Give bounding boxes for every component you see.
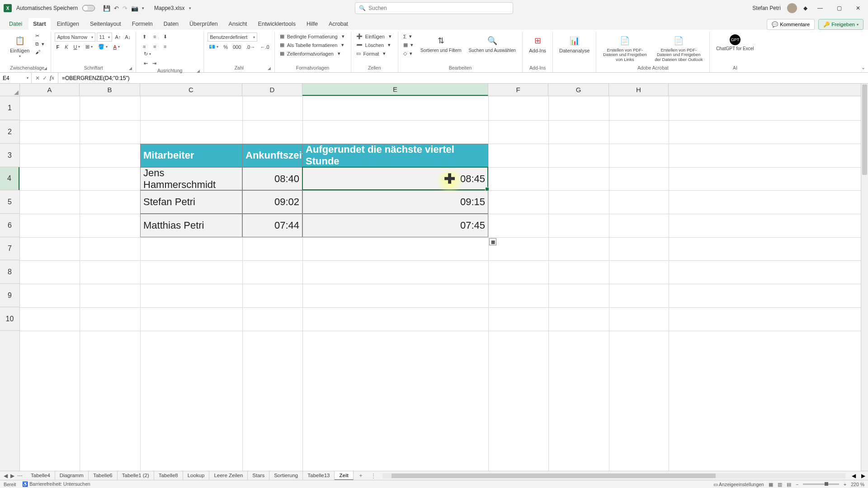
cell-name-1[interactable]: Stefan Petri (140, 190, 242, 214)
sheet-tab-stars[interactable]: Stars (248, 471, 269, 480)
document-name[interactable]: Mappe3.xlsx (154, 5, 184, 11)
pdf-share-link[interactable]: 📄Erstellen von PDF-Dateien und Freigeben… (600, 33, 650, 64)
tab-überprüfen[interactable]: Überprüfen (185, 18, 222, 30)
save-icon[interactable]: 💾 (103, 5, 110, 12)
col-header-H[interactable]: H (609, 84, 669, 96)
user-name[interactable]: Stefan Petri (752, 5, 781, 11)
format-cells[interactable]: ▭ Format ▾ (355, 50, 394, 57)
accessibility-status[interactable]: ♿ Barrierefreiheit: Untersuchen (22, 481, 90, 487)
format-painter-icon[interactable]: 🖌 (34, 49, 47, 55)
cell-rounded-2[interactable]: 07:45 (302, 214, 488, 237)
align-left-icon[interactable]: ≡ (140, 42, 149, 51)
tab-einfügen[interactable]: Einfügen (52, 18, 84, 30)
display-settings[interactable]: ▭ Anzeigeeinstellungen (713, 482, 764, 487)
data-analysis[interactable]: 📊Datenanalyse (557, 33, 592, 55)
vertical-scrollbar[interactable] (861, 84, 868, 471)
row-header-1[interactable]: 1 (0, 96, 19, 120)
tab-ansicht[interactable]: Ansicht (224, 18, 252, 30)
tab-acrobat[interactable]: Acrobat (324, 18, 353, 30)
col-header-B[interactable]: B (80, 84, 140, 96)
align-bottom-icon[interactable]: ⬇ (160, 33, 170, 41)
cell-name-2[interactable]: Matthias Petri (140, 214, 242, 237)
zoom-level[interactable]: 220 % (851, 482, 864, 487)
row-header-8[interactable]: 8 (0, 260, 19, 284)
col-header-F[interactable]: F (488, 84, 548, 96)
view-layout-icon[interactable]: ▥ (778, 482, 782, 487)
grow-font-icon[interactable]: A↑ (113, 33, 122, 42)
camera-icon[interactable]: 📷 (131, 5, 138, 12)
col-header-C[interactable]: C (140, 84, 242, 96)
cell-time-2[interactable]: 07:44 (242, 214, 302, 237)
number-format[interactable]: Benutzerdefiniert▾ (208, 33, 257, 42)
cut-icon[interactable]: ✂ (34, 33, 47, 39)
qat-more-icon[interactable]: ▾ (142, 6, 144, 10)
decrease-indent-icon[interactable]: ⇤ (142, 60, 149, 67)
copy-icon[interactable]: ⧉ ▾ (34, 40, 47, 48)
fx-icon[interactable]: fx (50, 75, 54, 81)
sort-filter[interactable]: ⇅Sortieren und Filtern (418, 33, 464, 55)
row-header-7[interactable]: 7 (0, 237, 19, 260)
sheet-tab-tabelle6[interactable]: Tabelle6 (89, 471, 118, 480)
addins-button[interactable]: ⊞Add-Ins (526, 33, 549, 55)
sheet-tab-tabelle8[interactable]: Tabelle8 (154, 471, 183, 480)
sheet-tab-lookup[interactable]: Lookup (183, 471, 210, 480)
diamond-icon[interactable]: ◆ (803, 5, 807, 11)
zoom-slider[interactable] (803, 483, 839, 485)
font-name[interactable]: Aptos Narrow▾ (55, 33, 95, 42)
col-header-G[interactable]: G (548, 84, 609, 96)
percent-icon[interactable]: % (222, 43, 229, 50)
share-button[interactable]: 🔑 Freigeben ▾ (818, 19, 863, 30)
align-middle-icon[interactable]: ≡ (150, 33, 159, 41)
row-header-6[interactable]: 6 (0, 214, 19, 237)
tab-daten[interactable]: Daten (159, 18, 183, 30)
zoom-in-icon[interactable]: + (844, 482, 846, 487)
close-button[interactable]: ✕ (852, 5, 864, 11)
row-header-4[interactable]: 4 (0, 167, 19, 190)
name-box[interactable]: E4▾ (0, 73, 32, 83)
clear-icon[interactable]: ◇ ▾ (402, 50, 416, 57)
comments-button[interactable]: 💬 Kommentare (767, 19, 815, 30)
row-header-5[interactable]: 5 (0, 190, 19, 214)
header-ankunftszeit[interactable]: Ankunftszeit (242, 144, 302, 167)
restore-button[interactable]: ▢ (833, 5, 845, 11)
bold-button[interactable]: F (55, 43, 61, 50)
col-header-A[interactable]: A (20, 84, 80, 96)
sheet-tab-diagramm[interactable]: Diagramm (55, 471, 89, 480)
col-header-D[interactable]: D (242, 84, 302, 96)
tab-seitenlayout[interactable]: Seitenlayout (85, 18, 126, 30)
sheet-tab-tabelle4[interactable]: Tabelle4 (26, 471, 55, 480)
underline-button[interactable]: U▾ (72, 43, 82, 50)
paste-button[interactable]: 📋Einfügen▾ (7, 33, 32, 60)
increase-indent-icon[interactable]: ⇥ (151, 60, 158, 67)
undo-icon[interactable]: ↶ (114, 5, 119, 12)
row-header-9[interactable]: 9 (0, 284, 19, 307)
find-select[interactable]: 🔍Suchen und Auswählen (466, 33, 519, 55)
horizontal-scrollbar[interactable] (382, 473, 845, 479)
inc-decimal-icon[interactable]: .0→ (245, 43, 256, 50)
sheet-tab-zeit[interactable]: Zeit (335, 471, 353, 480)
cell-time-1[interactable]: 09:02 (242, 190, 302, 214)
tab-hilfe[interactable]: Hilfe (302, 18, 322, 30)
cell-rounded-1[interactable]: 09:15 (302, 190, 488, 214)
zoom-out-icon[interactable]: − (796, 482, 798, 487)
enter-formula-icon[interactable]: ✓ (42, 75, 47, 81)
row-header-10[interactable]: 10 (0, 307, 19, 331)
sheet-nav-next[interactable]: ▶ (10, 473, 14, 479)
tab-file[interactable]: Datei (5, 18, 27, 30)
sheet-nav-prev[interactable]: ◀ (4, 473, 8, 479)
formula-input[interactable]: =OBERGRENZE(D4;"0:15") (58, 75, 868, 81)
currency-icon[interactable]: 💶▾ (208, 43, 220, 50)
autofill-options-button[interactable]: ▦ (489, 238, 496, 245)
dec-decimal-icon[interactable]: ←.0 (259, 43, 270, 50)
view-pagebreak-icon[interactable]: ▤ (787, 482, 791, 487)
select-all-corner[interactable] (0, 84, 20, 96)
view-normal-icon[interactable]: ▦ (769, 482, 773, 487)
avatar[interactable] (787, 3, 797, 13)
tab-entwicklertools[interactable]: Entwicklertools (254, 18, 300, 30)
align-center-icon[interactable]: ≡ (150, 42, 159, 51)
borders-icon[interactable]: ⊞▾ (84, 43, 94, 50)
collapse-ribbon-icon[interactable]: ⌄ (861, 65, 865, 70)
cell-time-0[interactable]: 08:40 (242, 167, 302, 190)
comma-icon[interactable]: 000 (231, 43, 242, 50)
conditional-formatting[interactable]: ▦ Bedingte Formatierung ▾ (278, 33, 347, 40)
